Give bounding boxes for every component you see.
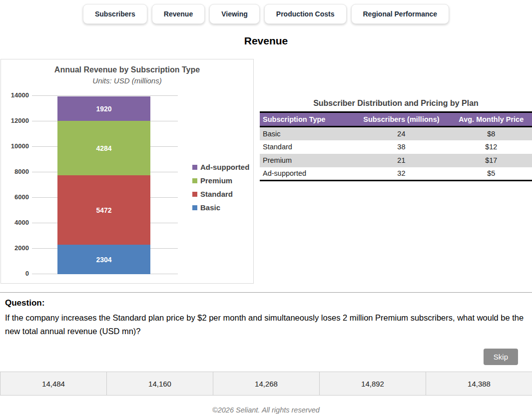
bar-segment-basic: 2304 (57, 245, 150, 274)
legend-label: Ad-supported (200, 163, 249, 171)
tab-bar: Subscribers Revenue Viewing Production C… (0, 4, 532, 24)
subscriber-pricing-table: Subscription Type Subscribers (millions)… (260, 111, 532, 181)
cell-price: $8 (450, 127, 532, 140)
y-axis-tick-label: 2000 (2, 244, 29, 253)
question-section: Question: If the company increases the S… (0, 293, 532, 338)
header-subscribers: Subscribers (millions) (352, 112, 450, 127)
question-text: If the company increases the Standard pl… (5, 311, 527, 338)
pricing-table-panel: Subscriber Distribution and Pricing by P… (260, 59, 532, 181)
y-axis-tick-label: 8000 (2, 167, 29, 176)
answer-option-3[interactable]: 14,268 (213, 372, 320, 395)
cell-plan: Basic (260, 127, 352, 140)
cell-plan: Premium (260, 154, 352, 167)
legend-swatch-icon (192, 178, 197, 183)
tab-revenue[interactable]: Revenue (152, 4, 205, 24)
cell-subscribers: 21 (352, 154, 450, 167)
answer-option-1[interactable]: 14,484 (0, 372, 107, 395)
legend-item-basic: Basic (192, 201, 249, 214)
bar-segment-standard: 5472 (57, 175, 150, 245)
cell-subscribers: 32 (352, 167, 450, 181)
legend-swatch-icon (192, 192, 197, 197)
legend-label: Basic (200, 203, 220, 212)
bar-segment-ad-supported: 1920 (57, 96, 150, 121)
cell-plan: Standard (260, 140, 352, 154)
legend-label: Standard (200, 190, 233, 198)
legend-swatch-icon (192, 205, 197, 210)
tab-viewing[interactable]: Viewing (209, 4, 260, 24)
header-subscription-type: Subscription Type (260, 112, 352, 127)
bar-value-label: 2304 (96, 256, 111, 264)
answer-option-2[interactable]: 14,160 (107, 372, 213, 395)
question-label: Question: (5, 298, 527, 308)
copyright-footer: ©2026 Seliant. All rights reserved (0, 406, 532, 414)
chart-title: Annual Revenue by Subscription Type (1, 65, 253, 74)
tab-subscribers[interactable]: Subscribers (83, 4, 147, 24)
table-row: Premium 21 $17 (260, 154, 532, 167)
content-row: Annual Revenue by Subscription Type Unit… (0, 59, 532, 284)
y-axis-tick-label: 0 (2, 269, 29, 278)
bar-value-label: 4284 (96, 144, 111, 152)
legend-swatch-icon (192, 165, 197, 170)
table-row: Standard 38 $12 (260, 140, 532, 154)
y-axis-tick-label: 14000 (2, 91, 29, 100)
legend-item-premium: Premium (192, 174, 249, 187)
table-row: Basic 24 $8 (260, 127, 532, 140)
chart-legend: Ad-supported Premium Standard Basic (192, 160, 249, 214)
tab-regional-performance[interactable]: Regional Performance (351, 4, 450, 24)
y-axis-tick-label: 10000 (2, 142, 29, 151)
y-axis-tick-label: 6000 (2, 193, 29, 202)
revenue-stacked-bar-chart: Annual Revenue by Subscription Type Unit… (0, 59, 254, 284)
gridline (32, 95, 178, 96)
cell-price: $17 (450, 154, 532, 167)
legend-item-standard: Standard (192, 187, 249, 201)
y-axis-tick-label: 4000 (2, 218, 29, 227)
answer-option-4[interactable]: 14,892 (320, 372, 426, 395)
skip-row: Skip (0, 349, 532, 365)
bar-value-label: 1920 (96, 105, 111, 113)
chart-subtitle: Units: USD (millions) (1, 76, 253, 85)
table-title: Subscriber Distribution and Pricing by P… (260, 99, 532, 108)
legend-item-ad-supported: Ad-supported (192, 160, 249, 174)
legend-label: Premium (200, 176, 232, 185)
table-header-row: Subscription Type Subscribers (millions)… (260, 112, 532, 127)
cell-price: $5 (450, 167, 532, 181)
y-axis-tick-label: 12000 (2, 116, 29, 125)
tab-production-costs[interactable]: Production Costs (264, 4, 347, 24)
header-avg-monthly-price: Avg. Monthly Price (450, 112, 532, 127)
answer-options: 14,484 14,160 14,268 14,892 14,388 (0, 372, 532, 396)
table-row: Ad-supported 32 $5 (260, 167, 532, 181)
cell-price: $12 (450, 140, 532, 154)
answer-option-5[interactable]: 14,388 (426, 372, 532, 395)
bar-segment-premium: 4284 (57, 121, 150, 175)
skip-button[interactable]: Skip (484, 349, 518, 365)
cell-plan: Ad-supported (260, 167, 352, 181)
cell-subscribers: 24 (352, 127, 450, 140)
page-title: Revenue (0, 35, 532, 47)
bar-value-label: 5472 (96, 206, 111, 214)
cell-subscribers: 38 (352, 140, 450, 154)
